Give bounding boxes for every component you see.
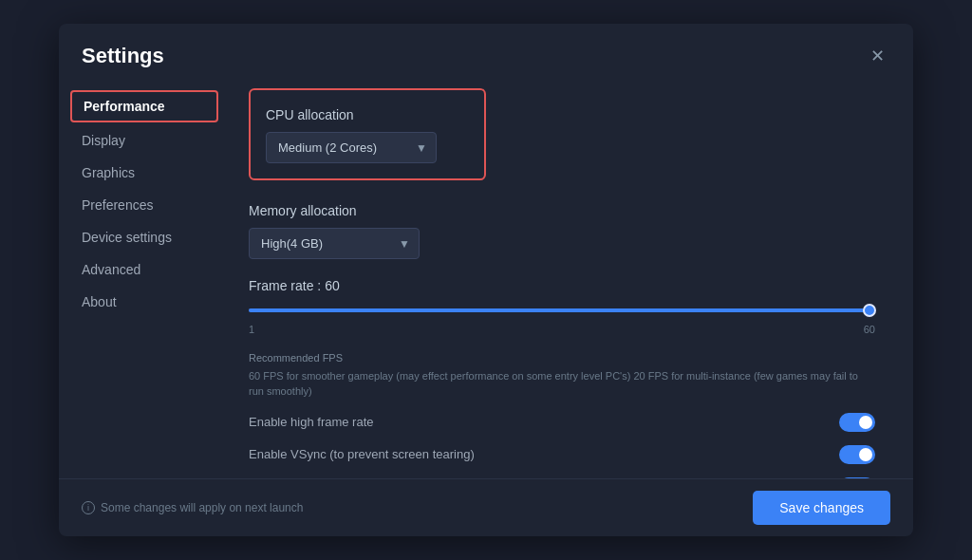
main-content: CPU allocation Low (1 Core) Medium (2 Co… [230, 81, 913, 478]
sidebar-item-device-settings[interactable]: Device settings [59, 221, 230, 253]
slider-range-labels: 1 60 [249, 324, 875, 335]
recommended-fps-section: Recommended FPS 60 FPS for smoother game… [249, 350, 875, 400]
toggle-vsync[interactable] [839, 445, 875, 464]
cpu-select-wrapper: Low (1 Core) Medium (2 Cores) High (4 Co… [266, 132, 437, 163]
slider-fill [249, 308, 875, 312]
toggle-high-frame-rate[interactable] [839, 413, 875, 432]
settings-dialog: Settings ✕ Performance Display Graphics … [59, 24, 913, 536]
toggle-vsync-row: Enable VSync (to prevent screen tearing) [249, 445, 875, 464]
dialog-header: Settings ✕ [59, 24, 913, 69]
sidebar-item-performance[interactable]: Performance [70, 90, 218, 122]
frame-rate-section: Frame rate : 60 1 60 [249, 278, 875, 335]
toggle-high-frame-rate-row: Enable high frame rate [249, 413, 875, 432]
toggle-display-fps[interactable] [839, 477, 875, 479]
dialog-title: Settings [82, 44, 164, 68]
memory-allocation-section: Memory allocation Low(1 GB) Medium(2 GB)… [249, 203, 875, 259]
recommended-fps-title: Recommended FPS [249, 350, 875, 366]
toggle-high-frame-rate-slider [839, 413, 875, 432]
sidebar-item-graphics[interactable]: Graphics [59, 157, 230, 189]
cpu-allocation-select[interactable]: Low (1 Core) Medium (2 Cores) High (4 Co… [266, 132, 437, 163]
toggle-vsync-slider [839, 445, 875, 464]
footer-note: i Some changes will apply on next launch [82, 501, 303, 514]
memory-select-wrapper: Low(1 GB) Medium(2 GB) High(4 GB) Ultra(… [249, 228, 420, 259]
footer-note-text: Some changes will apply on next launch [101, 501, 303, 514]
cpu-allocation-box: CPU allocation Low (1 Core) Medium (2 Co… [249, 88, 486, 180]
sidebar: Performance Display Graphics Preferences… [59, 81, 230, 478]
memory-allocation-label: Memory allocation [249, 203, 875, 218]
frame-rate-label: Frame rate : 60 [249, 278, 875, 293]
slider-track [249, 308, 875, 312]
sidebar-item-about[interactable]: About [59, 286, 230, 318]
sidebar-item-display[interactable]: Display [59, 124, 230, 157]
slider-max-label: 60 [864, 324, 875, 335]
slider-min-label: 1 [249, 324, 254, 335]
memory-allocation-select[interactable]: Low(1 GB) Medium(2 GB) High(4 GB) Ultra(… [249, 228, 420, 259]
dialog-body: Performance Display Graphics Preferences… [59, 69, 913, 478]
toggle-vsync-label: Enable VSync (to prevent screen tearing) [249, 447, 475, 461]
frame-rate-slider-wrap [249, 303, 875, 318]
recommended-fps-text: 60 FPS for smoother gameplay (may effect… [249, 368, 875, 400]
toggle-high-frame-rate-label: Enable high frame rate [249, 415, 374, 429]
sidebar-item-preferences[interactable]: Preferences [59, 189, 230, 221]
toggle-display-fps-slider [839, 477, 875, 479]
save-changes-button[interactable]: Save changes [753, 491, 890, 525]
dialog-footer: i Some changes will apply on next launch… [59, 478, 913, 536]
info-icon: i [82, 501, 95, 514]
close-button[interactable]: ✕ [864, 43, 890, 69]
cpu-allocation-label: CPU allocation [266, 107, 469, 122]
sidebar-item-advanced[interactable]: Advanced [59, 253, 230, 286]
